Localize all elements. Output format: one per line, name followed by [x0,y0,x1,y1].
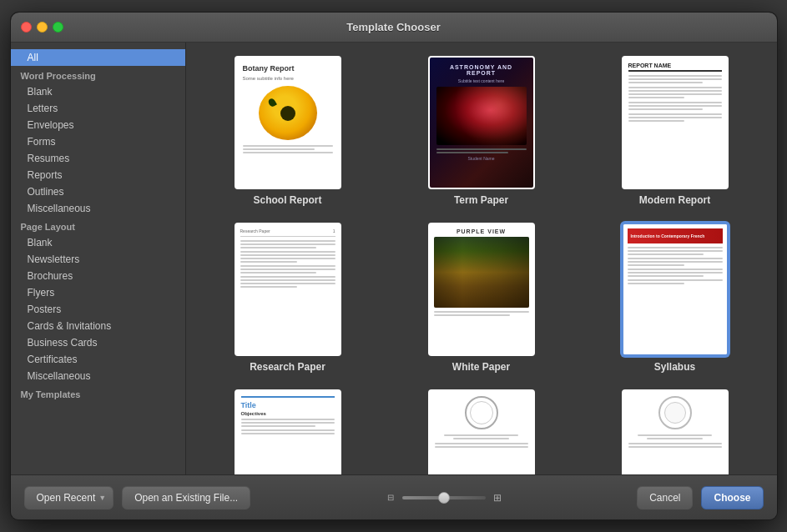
template-name-white-paper: White Paper [452,361,510,373]
thumbnail-partial-2 [428,389,535,474]
sidebar-item-blank-pl[interactable]: Blank [11,234,185,251]
template-name-school-report: School Report [253,194,321,206]
template-partial-1[interactable]: Title Objectives [199,389,376,474]
window-title: Template Chooser [346,21,440,33]
sidebar-item-business-cards[interactable]: Business Cards [11,334,185,351]
sidebar-group-page-layout: Page Layout [11,217,185,234]
thumbnail-partial-1: Title Objectives [235,389,341,474]
sidebar-item-resumes[interactable]: Resumes [11,150,185,167]
close-button[interactable] [21,22,32,33]
templates-grid: Botany Report Some subtitle info here [186,43,777,474]
template-chooser-window: Template Chooser All Word Processing Bla… [10,12,778,520]
sidebar-item-reports[interactable]: Reports [11,167,185,183]
footer: Open Recent ▼ Open an Existing File... ⊟… [11,474,777,519]
sidebar-item-blank-wp[interactable]: Blank [11,83,185,100]
sidebar-item-outlines[interactable]: Outlines [11,183,185,200]
sidebar-item-misc-wp[interactable]: Miscellaneous [11,200,185,217]
thumbnail-modern-report: REPORT NAME [622,56,729,189]
sidebar-item-envelopes[interactable]: Envelopes [11,117,185,133]
template-modern-report[interactable]: REPORT NAME [587,56,764,206]
template-partial-2[interactable] [393,389,570,474]
main-content: All Word Processing Blank Letters Envelo… [11,43,777,474]
template-school-report[interactable]: Botany Report Some subtitle info here [199,56,376,206]
open-existing-button[interactable]: Open an Existing File... [122,486,250,509]
cancel-label: Cancel [649,492,680,504]
sidebar-group-word-processing: Word Processing [11,66,185,83]
open-existing-label: Open an Existing File... [134,492,238,504]
template-name-modern-report: Modern Report [639,194,710,206]
zoom-control: ⊟ ⊞ [259,491,628,504]
sidebar-item-flyers[interactable]: Flyers [11,284,185,301]
open-recent-label: Open Recent [37,492,96,504]
template-name-term-paper: Term Paper [454,194,508,206]
traffic-lights [21,22,63,33]
sidebar-item-letters[interactable]: Letters [11,100,185,117]
sidebar-item-brochures[interactable]: Brochures [11,268,185,284]
sidebar-item-cards[interactable]: Cards & Invitations [11,318,185,334]
template-partial-3[interactable] [587,389,764,474]
sidebar-item-posters[interactable]: Posters [11,301,185,318]
thumbnail-term-paper: ASTRONOMY AND REPORT Subtitle text conte… [428,56,535,189]
titlebar: Template Chooser [11,13,777,43]
zoom-slider[interactable] [402,496,486,499]
sidebar-item-forms[interactable]: Forms [11,133,185,150]
sidebar-item-misc-pl[interactable]: Miscellaneous [11,368,185,384]
zoom-in-icon: ⊞ [491,491,504,504]
template-syllabus[interactable]: Introduction to Contemporary French [587,223,764,373]
thumbnail-research-paper: Research Paper 1 [235,223,341,356]
template-name-research-paper: Research Paper [250,361,325,373]
thumbnail-white-paper: PURPLE VIEW [428,223,535,356]
zoom-out-icon: ⊟ [384,491,397,504]
dropdown-arrow-icon: ▼ [98,494,106,502]
template-term-paper[interactable]: ASTRONOMY AND REPORT Subtitle text conte… [393,56,570,206]
minimize-button[interactable] [37,22,48,33]
cancel-button[interactable]: Cancel [637,486,693,509]
open-recent-button[interactable]: Open Recent ▼ [24,486,114,509]
sidebar: All Word Processing Blank Letters Envelo… [11,43,186,474]
sidebar-group-my-templates: My Templates [11,384,185,402]
choose-button[interactable]: Choose [701,486,763,509]
thumbnail-school-report: Botany Report Some subtitle info here [235,56,341,189]
choose-label: Choose [714,492,750,504]
thumbnail-partial-3 [622,389,729,474]
template-name-syllabus: Syllabus [654,361,695,373]
thumbnail-syllabus: Introduction to Contemporary French [622,223,729,356]
template-white-paper[interactable]: PURPLE VIEW White Paper [393,223,570,373]
sidebar-item-all[interactable]: All [11,49,185,66]
sidebar-item-certificates[interactable]: Certificates [11,351,185,368]
sidebar-item-newsletters[interactable]: Newsletters [11,251,185,268]
template-research-paper[interactable]: Research Paper 1 [199,223,376,373]
maximize-button[interactable] [53,22,63,33]
